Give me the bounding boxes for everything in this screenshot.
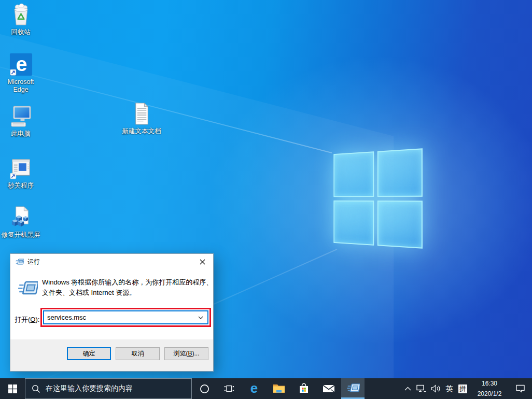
red-highlight-annotation: services.msc [40,308,211,327]
microsoft-store-button[interactable] [291,378,316,399]
desktop-icon-label: Microsoft Edge [1,78,40,94]
description-line-2: 文件夹、文档或 Internet 资源。 [42,288,213,298]
run-dialog-body: Windows 将根据你所输入的名称，为你打开相应的程序、 文件夹、文档或 In… [10,269,213,340]
run-dialog-description: Windows 将根据你所输入的名称，为你打开相应的程序、 文件夹、文档或 In… [42,277,213,298]
taskbar-search-box[interactable]: 在这里输入你要搜索的内容 [25,378,192,399]
volume-button[interactable] [428,378,443,399]
file-explorer-icon [273,383,285,394]
cortana-button[interactable] [192,378,217,399]
browse-button[interactable]: 浏览(B)... [164,347,208,360]
windows-start-icon [8,384,17,393]
run-command-value: services.msc [44,314,194,321]
edge-icon: e [247,382,261,395]
network-icon [416,384,426,393]
app-window-icon [9,156,33,180]
speaker-icon [431,384,441,393]
cancel-button[interactable]: 取消 [116,347,160,360]
search-icon [32,384,40,393]
desktop-icon-this-pc[interactable]: 此电脑 [1,104,41,138]
action-center-icon [515,384,525,393]
run-taskbar-button[interactable] [341,378,365,399]
run-dialog-titlebar: 运行 [10,254,213,269]
desktop-icon-new-text-document[interactable]: 新建文本文档 [121,102,162,135]
recycle-bin-icon [9,3,33,27]
desktop-icon-recycle-bin[interactable]: 回收站 [1,3,41,36]
cortana-icon [200,384,209,394]
desktop-icon-quick-close-app[interactable]: 秒关程序 [1,156,41,190]
ok-button[interactable]: 确定 [67,347,111,360]
chevron-down-icon [194,311,207,323]
desktop-icon-label: 新建文本文档 [122,127,161,135]
clock-time: 16:30 [482,380,497,387]
show-hidden-icons-button[interactable] [401,378,414,399]
this-pc-icon [9,104,33,129]
store-icon [298,383,310,394]
registry-file-icon [9,205,33,230]
run-icon [17,279,38,296]
file-explorer-button[interactable] [267,378,291,399]
network-status-button[interactable] [414,378,428,399]
run-command-combobox[interactable]: services.msc [43,310,208,324]
desktop-icon-microsoft-edge[interactable]: e Microsoft Edge [1,52,41,94]
windows-logo-wallpaper [333,148,423,249]
start-button[interactable] [0,378,25,399]
run-icon [346,382,360,393]
desktop-icon-label: 修复开机黑屏 [2,231,40,239]
close-icon[interactable] [191,254,213,269]
mail-icon [323,384,335,393]
desktop-icon-fix-boot-black-screen[interactable]: 修复开机黑屏 [1,205,41,239]
run-dialog: 运行 Windows 将根据你所输入的名称，为你打开相应的程序、 文件夹、文档或… [10,253,214,372]
ime-mode-indicator[interactable]: 拼 [456,378,470,399]
ime-mode-badge: 拼 [458,384,467,393]
mail-button[interactable] [316,378,341,399]
run-icon [15,258,24,265]
search-placeholder: 在这里输入你要搜索的内容 [46,384,133,393]
desktop-icon-label: 此电脑 [11,130,31,138]
run-dialog-footer: 确定 取消 浏览(B)... [10,339,213,371]
edge-taskbar-button[interactable]: e [242,378,267,399]
action-center-button[interactable] [509,378,531,399]
desktop-icon-label: 回收站 [11,28,31,36]
open-label: 打开(O): [15,315,39,324]
description-line-1: Windows 将根据你所输入的名称，为你打开相应的程序、 [42,277,213,288]
ime-language-indicator[interactable]: 英 [443,378,456,399]
chevron-up-icon [404,387,411,391]
taskbar: 在这里输入你要搜索的内容 e [0,378,532,399]
task-view-icon [224,384,234,393]
svg-text:e: e [16,53,27,75]
svg-text:e: e [250,382,258,395]
run-dialog-title: 运行 [27,258,40,266]
edge-icon: e [9,52,33,77]
taskbar-clock[interactable]: 16:30 2020/1/2 [470,378,509,399]
clock-date: 2020/1/2 [478,390,502,397]
desktop-icon-label: 秒关程序 [8,182,34,190]
system-tray: 英 拼 16:30 2020/1/2 [401,378,531,399]
text-document-icon [130,102,154,126]
task-view-button[interactable] [217,378,242,399]
